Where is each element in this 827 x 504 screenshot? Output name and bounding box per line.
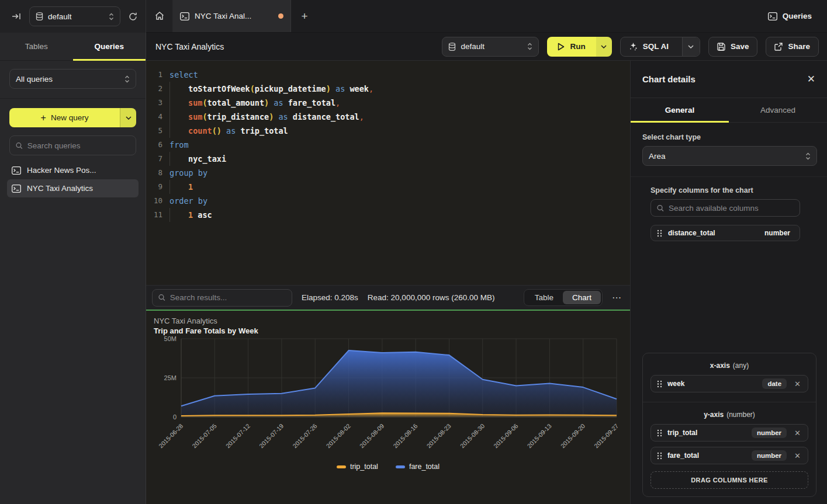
collapse-sidebar-button[interactable] — [12, 12, 21, 20]
sql-ai-dropdown[interactable] — [682, 37, 700, 56]
x-tick-label: 2015-09-06 — [492, 422, 520, 450]
token-br: ( — [202, 98, 207, 107]
remove-column-button[interactable]: ✕ — [792, 451, 803, 460]
code-text: select — [169, 68, 198, 82]
sidebar-divider — [0, 98, 146, 99]
search-columns-input[interactable] — [650, 199, 800, 217]
refresh-button[interactable] — [129, 12, 137, 21]
legend-item-trip_total[interactable]: trip_total — [337, 463, 378, 471]
new-query-button[interactable]: + New query — [9, 108, 136, 127]
axis-column-item[interactable]: weekdate✕ — [650, 375, 808, 392]
search-results-field[interactable] — [170, 293, 286, 302]
query-filter-selector[interactable]: All queries — [9, 69, 136, 89]
remove-column-button[interactable]: ✕ — [792, 380, 803, 388]
token-cm: , — [335, 98, 340, 107]
new-query-dropdown[interactable] — [120, 108, 136, 127]
remove-column-button[interactable]: ✕ — [792, 429, 803, 437]
drag-handle-icon[interactable] — [657, 452, 662, 460]
code-text: nyc_taxi — [169, 152, 226, 166]
available-column-item[interactable]: distance_totalnumber — [650, 225, 800, 241]
search-icon — [158, 294, 165, 301]
chevron-updown-icon — [109, 13, 114, 20]
axis-column-item[interactable]: fare_totalnumber✕ — [650, 447, 808, 464]
editor-line: 6from — [146, 138, 630, 152]
app-window: default NYC Taxi Anal... + Quer — [0, 0, 827, 504]
drag-handle-icon[interactable] — [657, 380, 662, 388]
sql-ai-button[interactable]: SQL AI — [620, 37, 700, 57]
editor-line: 2toStartOfWeek(pickup_datetime) as week, — [146, 82, 630, 96]
home-icon — [155, 12, 164, 20]
share-button[interactable]: Share — [766, 37, 819, 57]
run-database-selector[interactable]: default — [442, 37, 539, 57]
chart-details-header: Chart details ✕ — [631, 61, 827, 98]
code-text: from — [169, 138, 189, 152]
code-text: 1 — [169, 180, 193, 194]
x-axis-header: x-axis(any) — [650, 362, 808, 370]
home-tab[interactable] — [146, 0, 173, 32]
save-icon — [717, 43, 725, 51]
run-options-dropdown[interactable] — [596, 37, 612, 57]
sidebar-tab-tables[interactable]: Tables — [0, 33, 73, 60]
y-axis-items: trip_totalnumber✕fare_totalnumber✕ — [650, 424, 808, 464]
indent-guide — [169, 208, 188, 222]
chart-type-selector[interactable]: Area — [642, 146, 817, 166]
search-queries-input[interactable] — [9, 135, 136, 155]
more-options-button[interactable]: ⋯ — [612, 292, 622, 303]
sql-ai-main[interactable]: SQL AI — [621, 37, 677, 56]
panel-tab-general[interactable]: General — [631, 98, 729, 122]
query-header: NYC Taxi Analytics default Run — [146, 33, 827, 61]
saved-query-item[interactable]: NYC Taxi Analytics — [7, 179, 139, 197]
tab-nyc-taxi-analytics[interactable]: NYC Taxi Anal... — [173, 0, 291, 32]
query-terminal-icon — [768, 12, 777, 20]
search-queries-field[interactable] — [27, 141, 130, 150]
query-terminal-icon — [180, 12, 189, 20]
new-tab-button[interactable]: + — [291, 0, 318, 32]
view-toggle-chart[interactable]: Chart — [563, 291, 601, 304]
drag-handle-icon[interactable] — [657, 230, 662, 237]
close-panel-button[interactable]: ✕ — [807, 73, 815, 85]
chevron-down-icon — [126, 116, 132, 120]
token-br: () — [212, 126, 222, 135]
sql-editor[interactable]: 1select2toStartOfWeek(pickup_datetime) a… — [146, 61, 630, 285]
legend-item-fare_total[interactable]: fare_total — [396, 463, 440, 471]
token-kw: from — [169, 140, 189, 150]
editor-line: 5count() as trip_total — [146, 124, 630, 138]
chevron-updown-icon — [805, 152, 811, 160]
x-tick-label: 2015-07-26 — [291, 422, 319, 450]
new-query-main[interactable]: + New query — [9, 108, 120, 127]
token-num: 1 — [188, 210, 193, 220]
legend-swatch — [337, 465, 346, 468]
indent-guide — [169, 124, 188, 138]
database-selector[interactable]: default — [29, 6, 120, 26]
token-cm: , — [359, 112, 364, 121]
code-text: sum(total_amount) as fare_total, — [169, 96, 340, 110]
code-text: toStartOfWeek(pickup_datetime) as week, — [169, 82, 373, 96]
token-cm: , — [369, 84, 373, 93]
x-tick-label: 2015-07-12 — [224, 422, 252, 450]
run-button[interactable]: Run — [547, 37, 611, 57]
chevron-updown-icon — [527, 43, 532, 50]
run-button-main[interactable]: Run — [547, 37, 596, 57]
save-button[interactable]: Save — [708, 37, 758, 57]
drag-handle-icon[interactable] — [657, 429, 662, 437]
axes-divider — [643, 402, 816, 402]
token-br: ) — [264, 98, 269, 107]
token-kw: order by — [169, 196, 207, 206]
view-toggle: TableChart — [524, 289, 603, 306]
search-columns-field[interactable] — [669, 204, 794, 213]
drag-columns-drop-zone[interactable]: DRAG COLUMNS HERE — [650, 471, 808, 489]
view-toggle-table[interactable]: Table — [525, 291, 563, 304]
editor-line: 111 asc — [146, 208, 630, 222]
search-results-input[interactable] — [152, 289, 292, 307]
queries-button[interactable]: Queries — [753, 0, 827, 32]
query-terminal-icon — [12, 185, 21, 193]
panel-tab-advanced[interactable]: Advanced — [729, 98, 827, 122]
chart-type-label: Select chart type — [642, 133, 815, 141]
sidebar: TablesQueries All queries + New query Ha… — [0, 33, 146, 504]
top-bar: default NYC Taxi Anal... + Quer — [0, 0, 827, 33]
sidebar-tab-queries[interactable]: Queries — [73, 33, 146, 60]
saved-query-item[interactable]: Hacker News Pos... — [7, 161, 139, 179]
sidebar-tabs: TablesQueries — [0, 33, 146, 61]
area-chart[interactable]: 025M50M2015-06-282015-07-052015-07-12201… — [146, 335, 630, 461]
axis-column-item[interactable]: trip_totalnumber✕ — [650, 424, 808, 442]
